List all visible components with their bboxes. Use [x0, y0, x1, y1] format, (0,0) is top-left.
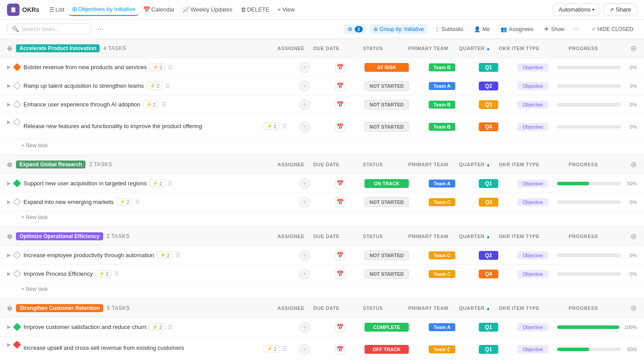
new-task-button-2[interactable]: + New task: [21, 214, 637, 220]
team-badge[interactable]: Team A: [429, 180, 455, 188]
due-date-picker[interactable]: 📅: [335, 250, 345, 260]
team-badge[interactable]: Team B: [429, 101, 455, 109]
status-badge[interactable]: NOT STARTED: [365, 122, 409, 132]
tab-objectives-by-initiative[interactable]: ⊞ Objectives by Initiative: [69, 3, 139, 16]
status-badge[interactable]: NOT STARTED: [365, 269, 409, 279]
me-button[interactable]: 👤 Me: [470, 24, 493, 34]
task-list-action-icon[interactable]: ☰: [175, 252, 180, 258]
task-list-action-icon[interactable]: ☰: [168, 180, 173, 187]
filter-button[interactable]: ⚙ 2: [344, 24, 366, 34]
section-accelerate-collapse-icon[interactable]: ⊖: [7, 45, 12, 52]
assignee-avatar[interactable]: +: [299, 269, 310, 279]
assignee-avatar[interactable]: +: [299, 250, 310, 261]
quarter-sort-icon-3[interactable]: ▲: [486, 234, 490, 239]
team-badge[interactable]: Team B: [429, 63, 455, 71]
task-list-action-icon[interactable]: ☰: [135, 199, 140, 205]
show-button[interactable]: 👁 Show: [540, 24, 568, 34]
task-expand-icon[interactable]: ▶: [7, 199, 12, 205]
quarter-badge[interactable]: Q2: [479, 82, 498, 90]
quarter-badge[interactable]: Q4: [479, 122, 498, 131]
section-expand-collapse-icon[interactable]: ⊖: [7, 161, 12, 168]
task-list-action-icon[interactable]: ☰: [114, 271, 119, 277]
task-expand-icon[interactable]: ▶: [7, 324, 12, 330]
tab-calendar[interactable]: 📅 Calendar: [140, 4, 178, 16]
task-subtask-count[interactable]: ⚡2: [143, 101, 159, 108]
automations-button[interactable]: Automations ▾: [553, 4, 600, 16]
task-expand-icon[interactable]: ▶: [7, 342, 12, 348]
quarter-sort-icon[interactable]: ▲: [486, 46, 490, 51]
quarter-badge[interactable]: Q1: [479, 345, 498, 354]
section-strengthen-collapse-icon[interactable]: ⊖: [7, 305, 12, 312]
task-subtask-count[interactable]: ⚡2: [116, 198, 132, 206]
task-expand-icon[interactable]: ▶: [7, 180, 12, 186]
due-date-picker[interactable]: 📅: [335, 344, 345, 354]
quarter-sort-icon-2[interactable]: ▲: [486, 162, 490, 167]
task-list-action-icon[interactable]: ☰: [282, 123, 287, 129]
quarter-badge[interactable]: Q2: [479, 251, 498, 260]
new-task-button-3[interactable]: + New task: [21, 286, 637, 292]
subtasks-button[interactable]: ⋮ Subtasks: [431, 24, 467, 34]
new-task-button[interactable]: + New task: [21, 142, 637, 149]
quarter-badge[interactable]: Q1: [479, 63, 498, 72]
toolbar-more-button[interactable]: ···: [95, 23, 106, 35]
task-list-action-icon[interactable]: ☰: [168, 324, 173, 330]
team-badge[interactable]: Team A: [429, 82, 455, 90]
quarter-badge[interactable]: Q4: [479, 270, 498, 278]
assignee-avatar[interactable]: +: [299, 99, 310, 110]
task-expand-icon[interactable]: ▶: [7, 64, 12, 70]
task-list-action-icon[interactable]: ☰: [282, 346, 287, 352]
due-date-picker[interactable]: 📅: [335, 81, 345, 91]
team-badge[interactable]: Team B: [429, 123, 455, 131]
quarter-badge[interactable]: Q1: [479, 323, 498, 332]
task-list-action-icon[interactable]: ☰: [168, 64, 173, 70]
tab-delete[interactable]: 🗑 DELETE: [237, 4, 273, 16]
task-subtask-count[interactable]: ⚡2: [157, 251, 173, 259]
assignees-button[interactable]: 👥 Assignees: [497, 24, 537, 34]
team-badge[interactable]: Team A: [429, 323, 455, 331]
section-accelerate-add-icon[interactable]: ⊕: [630, 43, 637, 53]
due-date-picker[interactable]: 📅: [335, 63, 345, 72]
task-expand-icon[interactable]: ▶: [7, 271, 12, 277]
group-by-button[interactable]: ⊛ Group by: Initiative: [370, 24, 427, 34]
task-expand-icon[interactable]: ▶: [7, 83, 12, 89]
status-badge[interactable]: AT RISK: [365, 63, 409, 72]
section-strengthen-add-icon[interactable]: ⊕: [630, 303, 637, 313]
status-badge[interactable]: COMPLETE: [365, 323, 409, 332]
share-button[interactable]: ↗ Share: [604, 4, 637, 16]
task-subtask-count[interactable]: ⚡2: [264, 345, 279, 352]
assignee-avatar[interactable]: +: [299, 178, 310, 189]
team-badge[interactable]: Team C: [429, 270, 455, 278]
task-list-action-icon[interactable]: ☰: [165, 83, 170, 89]
team-badge[interactable]: Team C: [429, 345, 455, 353]
task-subtask-count[interactable]: ⚡2: [96, 270, 112, 278]
quarter-sort-icon-4[interactable]: ▲: [486, 306, 490, 311]
task-subtask-count[interactable]: ⚡2: [149, 180, 165, 187]
due-date-picker[interactable]: 📅: [335, 100, 345, 110]
section-optimize-add-icon[interactable]: ⊕: [630, 231, 637, 241]
search-box[interactable]: 🔍 Search tasks...: [7, 23, 91, 35]
quarter-badge[interactable]: Q3: [479, 198, 498, 207]
task-expand-icon[interactable]: ▶: [7, 252, 12, 258]
status-badge[interactable]: NOT STARTED: [365, 81, 409, 91]
task-subtask-count[interactable]: ⚡2: [149, 63, 165, 71]
status-badge[interactable]: NOT STARTED: [365, 100, 409, 110]
tab-weekly-updates[interactable]: 📈 Weekly Updates: [179, 4, 236, 16]
assignee-avatar[interactable]: +: [299, 121, 310, 132]
assignee-avatar[interactable]: +: [299, 62, 310, 73]
due-date-picker[interactable]: 📅: [335, 179, 345, 188]
more-options-button[interactable]: ···: [571, 23, 581, 35]
due-date-picker[interactable]: 📅: [335, 322, 345, 332]
task-subtask-count[interactable]: ⚡2: [147, 82, 163, 90]
tab-list[interactable]: ☰ List: [46, 4, 68, 16]
section-expand-add-icon[interactable]: ⊕: [630, 160, 637, 169]
section-optimize-collapse-icon[interactable]: ⊖: [7, 233, 12, 240]
quarter-badge[interactable]: Q3: [479, 100, 498, 109]
team-badge[interactable]: Team C: [429, 251, 455, 259]
assignee-avatar[interactable]: +: [299, 322, 310, 333]
task-subtask-count[interactable]: ⚡2: [149, 323, 165, 331]
due-date-picker[interactable]: 📅: [335, 197, 345, 207]
status-badge[interactable]: ON TRACK: [365, 179, 409, 188]
team-badge[interactable]: Team C: [429, 198, 455, 206]
task-expand-icon[interactable]: ▶: [7, 102, 12, 107]
status-badge[interactable]: OFF TRACK: [365, 345, 409, 354]
